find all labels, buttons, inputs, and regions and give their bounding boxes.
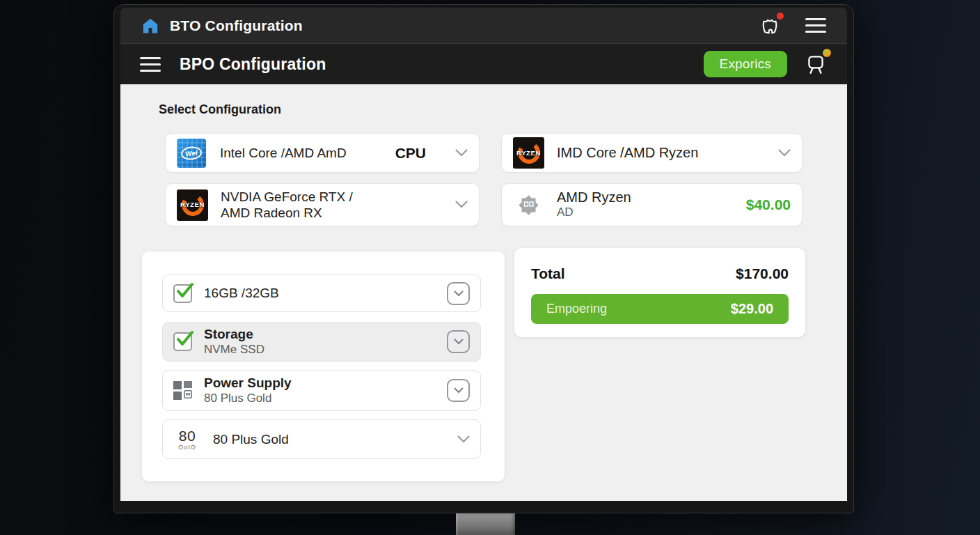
amd-ryzen-sublabel: AD: [557, 206, 631, 219]
app-title: BTO Configuration: [170, 17, 303, 34]
top-app-bar: BTO Configuration: [120, 8, 847, 44]
expand-button[interactable]: [447, 379, 470, 402]
section-heading: Select Configuration: [159, 102, 281, 117]
notification-badge: [777, 13, 784, 20]
amd-ryzen-label: AMD Ryzen: [557, 189, 631, 206]
option-storage-sublabel: NVMe SSD: [204, 343, 264, 357]
page-title: BPO Configuration: [180, 55, 326, 74]
80-plus-logo: 80 OoIO: [173, 428, 201, 451]
summary-card: Total $170.00 Empoering $29.00: [514, 248, 805, 337]
option-memory[interactable]: 16GB /32GB: [162, 274, 481, 312]
star-badge-icon: [513, 189, 544, 221]
option-psu-sublabel: 80 Plus Gold: [204, 391, 292, 405]
empoering-label: Empoering: [546, 302, 607, 316]
expand-button[interactable]: [447, 330, 470, 353]
chevron-down-icon: [457, 433, 470, 446]
option-80-plus-gold[interactable]: 80 OoIO 80 Plus Gold: [162, 419, 481, 459]
item-price: $40.00: [746, 196, 791, 213]
ryzen-logo: RYZEN: [177, 189, 208, 221]
expand-button[interactable]: [447, 282, 470, 305]
cpu-selector-label: Intel Core /AMD AmD: [220, 146, 347, 161]
user-chat-icon[interactable]: [804, 52, 828, 76]
main-content: Select Configuration Wel Intel Core /AMD…: [120, 84, 847, 501]
gpu-selector-label: NVDIA GeForce RTX / AMD Radeon RX: [221, 189, 353, 221]
option-storage-labels: Storage NVMe SSD: [204, 327, 264, 357]
cpu-tag: CPU: [395, 145, 426, 162]
monitor-stand: [456, 513, 515, 535]
monitor-frame: BTO Configuration BPO Configuration: [113, 4, 854, 513]
option-psu-labels: Power Supply 80 Plus Gold: [204, 375, 292, 405]
amd-ryzen-item[interactable]: AMD Ryzen AD $40.00: [501, 183, 803, 226]
ryzen-selector-label: IMD Core /AMD Ryzen: [557, 145, 698, 161]
menu-icon[interactable]: [805, 18, 826, 33]
gpu-selector[interactable]: RYZEN NVDIA GeForce RTX / AMD Radeon RX: [165, 183, 480, 226]
notifications-crown-icon[interactable]: [759, 15, 782, 37]
user-notification-badge: [823, 49, 831, 57]
chevron-down-icon: [455, 199, 468, 211]
empoering-bar[interactable]: Empoering $29.00: [531, 294, 789, 324]
home-icon[interactable]: [141, 17, 159, 35]
option-storage[interactable]: Storage NVMe SSD: [162, 322, 481, 362]
amd-ryzen-label-group: AMD Ryzen AD: [557, 189, 631, 219]
checkbox-checked-icon[interactable]: [173, 284, 192, 303]
option-80plus-label: 80 Plus Gold: [213, 432, 289, 447]
total-value: $170.00: [736, 265, 789, 282]
option-psu-label: Power Supply: [204, 375, 292, 391]
option-power-supply[interactable]: Power Supply 80 Plus Gold: [162, 370, 481, 411]
ryzen-selector[interactable]: RYZEN IMD Core /AMD Ryzen: [501, 133, 803, 173]
total-label: Total: [531, 265, 565, 282]
exporics-button[interactable]: Exporics: [704, 51, 787, 77]
options-panel: 16GB /32GB Storage NVMe SSD: [142, 251, 505, 481]
sidebar-menu-icon[interactable]: [140, 57, 161, 72]
intel-chip-logo: Wel: [177, 139, 206, 168]
option-storage-label: Storage: [204, 327, 264, 342]
chevron-down-icon: [778, 147, 791, 160]
option-memory-label: 16GB /32GB: [204, 286, 279, 301]
empoering-value: $29.00: [731, 301, 773, 317]
chevron-down-icon: [455, 147, 468, 160]
secondary-bar: BPO Configuration Exporics: [120, 44, 847, 84]
cpu-selector[interactable]: Wel Intel Core /AMD AmD CPU: [165, 133, 480, 173]
app-window: BTO Configuration BPO Configuration: [120, 8, 847, 501]
checkbox-checked-icon[interactable]: [173, 332, 192, 351]
ryzen-logo: RYZEN: [513, 137, 544, 169]
psu-grid-icon: [173, 381, 192, 400]
